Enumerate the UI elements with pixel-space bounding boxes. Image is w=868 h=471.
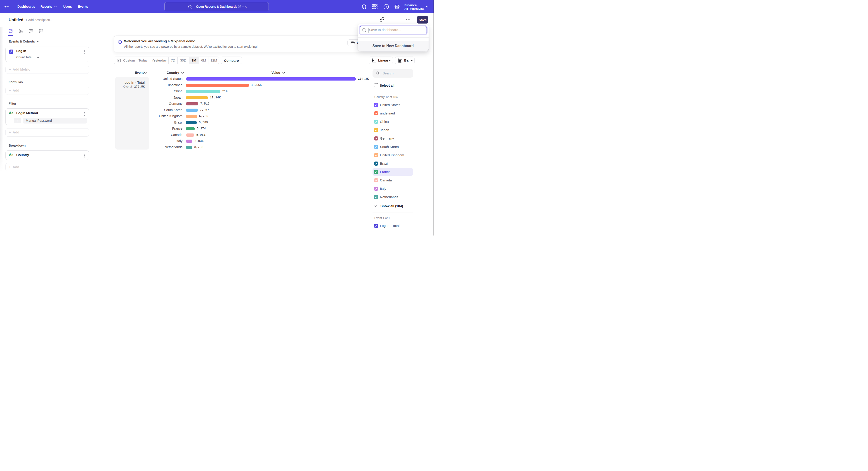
svg-text:?: ? — [385, 5, 387, 8]
